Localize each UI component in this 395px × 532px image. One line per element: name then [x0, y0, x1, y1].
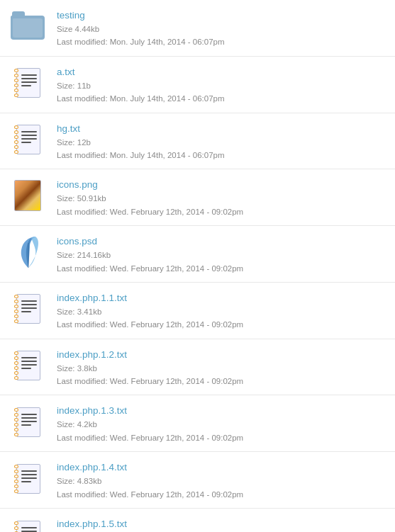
list-item: testing Size 4.44kb Last modified: Mon. …: [0, 0, 395, 57]
file-name-link[interactable]: icons.png: [57, 179, 243, 190]
file-modified: Last modified: Wed. February 12th, 2014 …: [57, 262, 243, 275]
list-item: hg.txt Size: 12b Last modified: Mon. Jul…: [0, 113, 395, 170]
list-item: index.php.1.1.txt Size: 3.41kb Last modi…: [0, 283, 395, 339]
list-item: index.php.1.2.txt Size: 3.8kb Last modif…: [0, 339, 395, 396]
file-info: index.php.1.1.txt Size: 3.41kb Last modi…: [57, 290, 243, 332]
file-name-link[interactable]: index.php.1.4.txt: [57, 462, 243, 472]
file-icon-wrap: [11, 346, 46, 385]
file-name-link[interactable]: a.txt: [57, 67, 225, 77]
file-info: testing Size 4.44kb Last modified: Mon. …: [57, 7, 225, 49]
file-list: testing Size 4.44kb Last modified: Mon. …: [0, 0, 395, 532]
list-item: icons.png Size: 50.91kb Last modified: W…: [0, 169, 395, 226]
file-info: icons.psd Size: 214.16kb Last modified: …: [57, 233, 243, 275]
file-info: index.php.1.3.txt Size: 4.2kb Last modif…: [57, 402, 243, 444]
notepad-icon: [14, 405, 43, 439]
list-item: icons.psd Size: 214.16kb Last modified: …: [0, 226, 395, 283]
file-name-link[interactable]: index.php.1.5.txt: [57, 519, 127, 529]
list-item: index.php.1.4.txt Size: 4.83kb Last modi…: [0, 452, 395, 509]
notepad-icon: [14, 349, 43, 383]
file-modified: Last modified: Wed. February 12th, 2014 …: [57, 375, 243, 387]
file-icon-wrap: [11, 402, 46, 441]
file-size: Size 4.44kb: [57, 23, 225, 35]
file-size: Size: 3.41kb: [57, 305, 243, 318]
file-modified: Last modified: Mon. July 14th, 2014 - 06…: [57, 149, 225, 162]
list-item: index.php.1.3.txt Size: 4.2kb Last modif…: [0, 395, 395, 452]
file-modified: Last modified: Mon. July 14th, 2014 - 06…: [57, 35, 225, 48]
file-size: Size: 3.8kb: [57, 362, 243, 375]
notepad-icon: [14, 462, 43, 496]
psd-icon: [14, 235, 43, 271]
file-size: Size: 12b: [57, 136, 225, 149]
file-info: a.txt Size: 11b Last modified: Mon. July…: [57, 64, 225, 106]
file-info: index.php.1.4.txt Size: 4.83kb Last modi…: [57, 459, 243, 501]
file-icon-wrap: [11, 120, 46, 159]
png-icon: [14, 180, 43, 213]
file-icon-wrap: [11, 176, 46, 215]
file-icon-wrap: [11, 7, 46, 46]
file-size: Size: 4.83kb: [57, 475, 243, 487]
file-name-link[interactable]: index.php.1.3.txt: [57, 405, 243, 416]
file-modified: Last modified: Wed. February 12th, 2014 …: [57, 431, 243, 444]
file-modified: Last modified: Wed. February 12th, 2014 …: [57, 205, 243, 218]
file-info: index.php.1.5.txt Size: ... Last modifie…: [57, 516, 127, 532]
file-info: index.php.1.2.txt Size: 3.8kb Last modif…: [57, 346, 243, 388]
list-item: a.txt Size: 11b Last modified: Mon. July…: [0, 57, 395, 113]
notepad-icon: [14, 292, 43, 326]
file-icon-wrap: [11, 233, 46, 272]
file-icon-wrap: [11, 64, 46, 103]
notepad-icon: [14, 66, 43, 100]
file-size: Size: 11b: [57, 79, 225, 92]
folder-icon: [11, 11, 46, 43]
file-name-link[interactable]: icons.psd: [57, 236, 243, 247]
file-size: Size: 4.2kb: [57, 418, 243, 431]
file-info: icons.png Size: 50.91kb Last modified: W…: [57, 176, 243, 218]
notepad-icon: [14, 123, 43, 157]
file-info: hg.txt Size: 12b Last modified: Mon. Jul…: [57, 120, 225, 162]
file-icon-wrap: [11, 516, 46, 532]
file-modified: Last modified: Wed. February 12th, 2014 …: [57, 488, 243, 501]
file-modified: Last modified: Mon. July 14th, 2014 - 06…: [57, 92, 225, 105]
file-icon-wrap: [11, 459, 46, 498]
file-modified: Last modified: Wed. February 12th, 2014 …: [57, 318, 243, 331]
file-name-link[interactable]: testing: [57, 10, 225, 21]
list-item: index.php.1.5.txt Size: ... Last modifie…: [0, 509, 395, 532]
file-name-link[interactable]: index.php.1.2.txt: [57, 349, 243, 360]
notepad-icon: [14, 519, 43, 532]
file-size: Size: 50.91kb: [57, 192, 243, 205]
file-size: Size: 214.16kb: [57, 249, 243, 261]
file-icon-wrap: [11, 290, 46, 329]
file-name-link[interactable]: index.php.1.1.txt: [57, 293, 243, 303]
file-name-link[interactable]: hg.txt: [57, 123, 225, 134]
